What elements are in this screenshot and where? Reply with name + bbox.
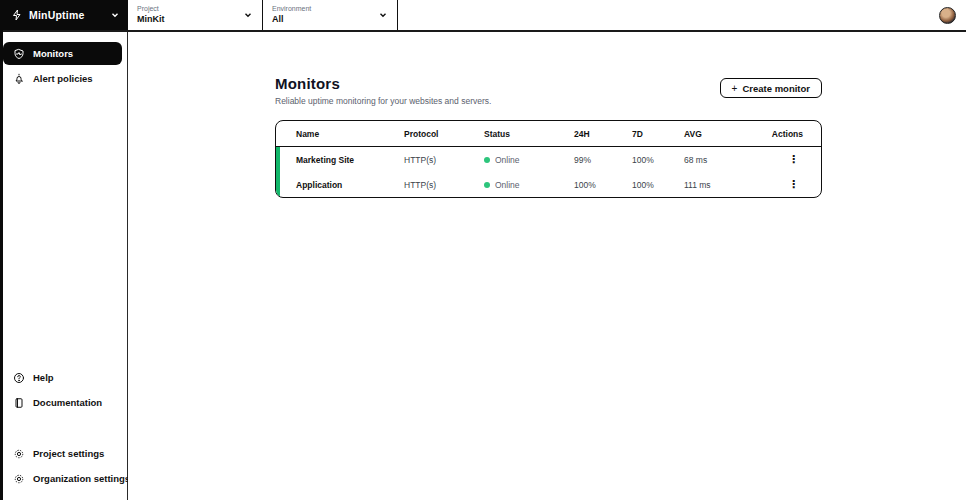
topbar-spacer <box>398 0 939 30</box>
gear-icon <box>13 448 25 460</box>
uptime-7d: 100% <box>632 155 684 165</box>
uptime-24h: 100% <box>574 180 632 190</box>
column-header-7d: 7D <box>632 129 684 139</box>
monitors-table: Name Protocol Status 24H 7D AVG Actions … <box>275 120 822 198</box>
sidebar-item-label: Help <box>33 372 54 383</box>
status-online-dot <box>484 182 490 188</box>
main-area: Monitors Reliable uptime monitoring for … <box>128 32 966 500</box>
sidebar-item-label: Monitors <box>33 48 73 59</box>
bolt-icon <box>11 9 23 21</box>
environment-value: All <box>272 14 378 25</box>
project-value: MinKit <box>137 14 243 25</box>
row-actions-menu-button[interactable]: ⋮ <box>784 177 803 192</box>
brand-menu[interactable]: MinUptime <box>3 0 128 30</box>
column-header-status: Status <box>484 129 574 139</box>
table-row[interactable]: Marketing Site HTTP(s) Online 99% 100% 6… <box>276 147 821 172</box>
sidebar-item-label: Project settings <box>33 448 104 459</box>
create-monitor-button[interactable]: + Create monitor <box>720 78 822 98</box>
sidebar-item-label: Documentation <box>33 397 102 408</box>
user-avatar[interactable] <box>939 7 956 24</box>
plus-icon: + <box>732 83 738 94</box>
column-header-actions: Actions <box>762 129 821 139</box>
help-circle-icon <box>13 372 25 384</box>
topbar: MinUptime Project MinKit Environment All <box>3 0 966 32</box>
environment-selector[interactable]: Environment All <box>263 0 398 30</box>
sidebar-item-monitors[interactable]: Monitors <box>3 42 122 65</box>
sidebar-item-alert-policies[interactable]: Alert policies <box>3 67 122 90</box>
chevron-down-icon <box>110 10 120 20</box>
sidebar-spacer <box>3 92 127 366</box>
table-row[interactable]: Application HTTP(s) Online 100% 100% 111… <box>276 172 821 197</box>
page-title: Monitors <box>275 75 491 92</box>
sidebar-item-label: Alert policies <box>33 73 93 84</box>
sidebar-item-organization-settings[interactable]: Organization settings <box>3 467 122 490</box>
gear-icon <box>13 473 25 485</box>
sidebar-group-gap <box>3 416 127 442</box>
monitor-protocol: HTTP(s) <box>404 180 484 190</box>
uptime-24h: 99% <box>574 155 632 165</box>
table-header-row: Name Protocol Status 24H 7D AVG Actions <box>276 121 821 147</box>
avg-response: 68 ms <box>684 155 762 165</box>
sidebar-item-help[interactable]: Help <box>3 366 122 389</box>
avg-response: 111 ms <box>684 180 762 190</box>
status-badge: Online <box>495 155 520 165</box>
column-header-avg: AVG <box>684 129 762 139</box>
status-online-dot <box>484 157 490 163</box>
brand-name: MinUptime <box>29 9 104 21</box>
chevron-down-icon <box>378 10 388 20</box>
app-window: MinUptime Project MinKit Environment All <box>0 0 966 500</box>
status-cell: Online <box>484 155 574 165</box>
environment-label: Environment <box>272 5 378 14</box>
monitor-name: Marketing Site <box>276 155 404 165</box>
project-selector[interactable]: Project MinKit <box>128 0 263 30</box>
column-header-24h: 24H <box>574 129 632 139</box>
monitor-protocol: HTTP(s) <box>404 155 484 165</box>
chevron-down-icon <box>243 10 253 20</box>
sidebar: Monitors Alert policies Help <box>3 32 128 500</box>
bell-icon <box>13 73 25 85</box>
page-header: Monitors Reliable uptime monitoring for … <box>275 75 822 106</box>
page-subtitle: Reliable uptime monitoring for your webs… <box>275 96 491 106</box>
column-header-name: Name <box>276 129 404 139</box>
status-badge: Online <box>495 180 520 190</box>
sidebar-item-documentation[interactable]: Documentation <box>3 391 122 414</box>
status-cell: Online <box>484 180 574 190</box>
monitor-name: Application <box>276 180 404 190</box>
sidebar-item-project-settings[interactable]: Project settings <box>3 442 122 465</box>
table-body: Marketing Site HTTP(s) Online 99% 100% 6… <box>276 147 821 197</box>
book-icon <box>13 397 25 409</box>
shield-pulse-icon <box>13 48 25 60</box>
column-header-protocol: Protocol <box>404 129 484 139</box>
row-actions-menu-button[interactable]: ⋮ <box>784 152 803 167</box>
sidebar-item-label: Organization settings <box>33 473 130 484</box>
project-label: Project <box>137 5 243 14</box>
uptime-7d: 100% <box>632 180 684 190</box>
